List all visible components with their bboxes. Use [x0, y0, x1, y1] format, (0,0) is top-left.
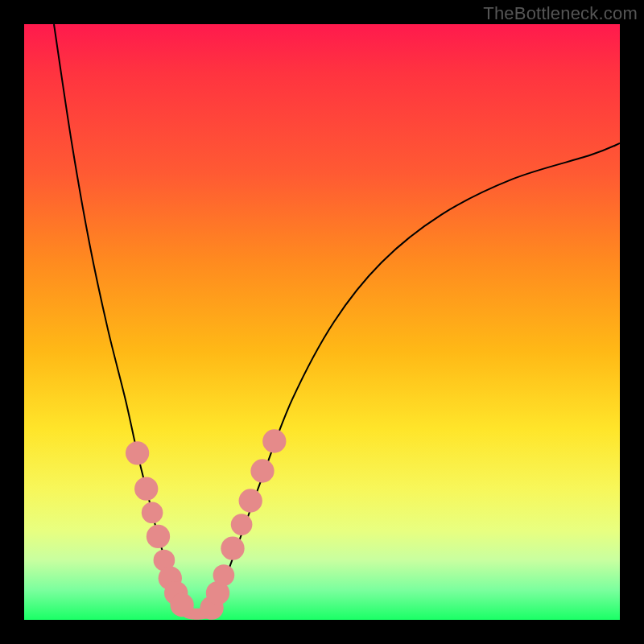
bead-point [262, 429, 286, 452]
bead-point [231, 514, 253, 535]
bead-point [142, 502, 163, 523]
bead-point [239, 489, 262, 512]
beads-left [126, 441, 194, 617]
bead-point [221, 537, 244, 560]
bead-point [250, 459, 274, 482]
left-curve [54, 24, 185, 614]
watermark-text: TheBottleneck.com [483, 3, 638, 24]
beads-right [200, 429, 286, 620]
bead-point [147, 525, 170, 548]
plot-area [24, 24, 620, 620]
chart-frame: TheBottleneck.com [0, 0, 644, 644]
bead-point [134, 477, 158, 501]
bead-point [213, 564, 235, 586]
bead-point [170, 593, 193, 617]
bead-point [126, 441, 149, 464]
chart-svg [24, 24, 620, 620]
right-curve [208, 143, 620, 614]
